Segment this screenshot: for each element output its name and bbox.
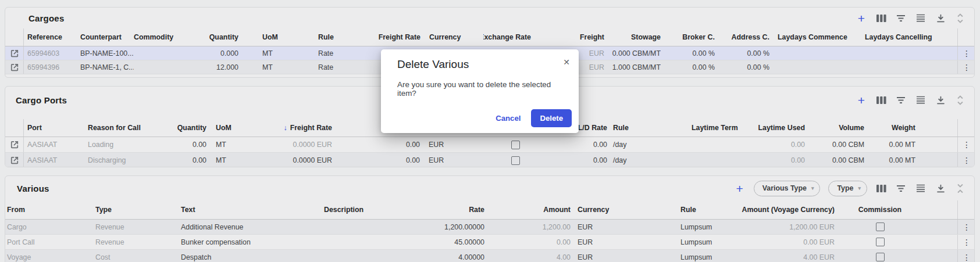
col-header-laydays-cancelling[interactable]: Laydays Cancelling [865, 28, 957, 46]
col-header-stowage[interactable]: Stowage [604, 28, 661, 46]
col-header-freight-rate[interactable]: Freight Rate [361, 28, 420, 46]
col-header-type[interactable]: Type [95, 200, 178, 219]
cargo-port-row[interactable]: AASIAAT Discharging 0.00 MT 0.0000 EUR 0… [5, 153, 974, 167]
col-header-currency[interactable]: Currency [420, 28, 483, 46]
cell-amount: 4.00 [484, 250, 571, 262]
col-header-rule[interactable]: Rule [607, 119, 658, 137]
cell-laydays-cancelling [865, 60, 957, 74]
col-header-commodity[interactable]: Commodity [134, 28, 204, 46]
col-header-text[interactable]: Text [178, 200, 319, 219]
various-row[interactable]: Cargo Revenue Additional Revenue 1,200.0… [5, 220, 974, 235]
type-filter-label: Type [837, 184, 853, 192]
cell-reason-for-call: Discharging [88, 153, 158, 167]
cargo-ports-toolbar: + [853, 92, 968, 107]
row-density-icon-button[interactable] [913, 10, 929, 26]
row-menu-icon[interactable]: ⋮ [963, 63, 971, 71]
row-menu-icon[interactable]: ⋮ [963, 223, 971, 231]
download-icon-button[interactable] [932, 181, 949, 196]
col-header-commission[interactable]: Commission [835, 200, 925, 219]
col-header-weight[interactable]: Weight [864, 119, 957, 137]
col-header-quantity[interactable]: Quantity [204, 28, 238, 46]
col-header-quantity[interactable]: Quantity [158, 119, 206, 137]
columns-icon-button[interactable] [873, 10, 889, 26]
col-header-volume[interactable]: Volume [805, 119, 864, 137]
col-header-uom[interactable]: UoM [238, 28, 318, 46]
columns-icon-button[interactable] [873, 181, 889, 196]
row-menu-icon[interactable]: ⋮ [963, 49, 971, 58]
collapse-icon-button[interactable] [952, 181, 968, 196]
unfold-icon-button[interactable] [952, 10, 968, 26]
col-header-laytime-term[interactable]: Laytime Term [658, 119, 745, 137]
commission-checkbox[interactable] [876, 238, 885, 246]
various-row[interactable]: Port Call Revenue Bunker compensation 45… [5, 235, 974, 250]
col-header-rule[interactable]: Rule [318, 28, 361, 46]
spacer [925, 220, 957, 234]
cell-description [319, 220, 377, 234]
unfold-icon-button[interactable] [952, 92, 968, 107]
col-header-broker-c[interactable]: Broker C. [661, 28, 715, 46]
commission-checkbox[interactable] [876, 222, 885, 231]
commission-checkbox[interactable] [876, 253, 885, 261]
col-header-amount-voyage-currency[interactable]: Amount (Voyage Currency) [733, 200, 835, 219]
col-header-rate[interactable]: Rate [377, 200, 484, 219]
download-icon-button[interactable] [932, 92, 949, 107]
various-type-filter[interactable]: Various Type▾ [754, 181, 821, 196]
col-header-currency[interactable]: Currency [571, 200, 618, 219]
cell-commodity [134, 60, 204, 74]
open-cargo-icon[interactable] [10, 63, 19, 71]
open-cargo-icon[interactable] [10, 49, 19, 58]
cell-description [319, 235, 377, 249]
row-menu-icon[interactable]: ⋮ [963, 253, 971, 261]
col-header-freight[interactable]: Freight [531, 28, 604, 46]
col-header-freight-rate[interactable]: ↓Freight Rate [262, 119, 332, 137]
col-header-uom[interactable]: UoM [206, 119, 262, 137]
cell-quantity: 0.00 [158, 153, 206, 167]
various-panel-header: Various + Various Type▾ Type▾ [5, 176, 974, 200]
cell-from: Voyage [5, 250, 95, 262]
row-density-icon-button[interactable] [913, 181, 929, 196]
col-header-from[interactable]: From [5, 200, 95, 219]
filter-icon-button[interactable] [893, 181, 909, 196]
open-cargo-port-icon[interactable] [10, 156, 19, 164]
cell-rule: Rate [318, 46, 361, 60]
filter-icon-button[interactable] [893, 92, 909, 107]
col-header-amount[interactable]: Amount [484, 200, 571, 219]
cancel-button[interactable]: Cancel [489, 110, 528, 127]
various-row[interactable]: Voyage Cost Despatch 4.00000 4.00 EUR Lu… [5, 250, 974, 262]
row-open-column-header [5, 119, 24, 137]
dialog-actions: Cancel Delete [489, 109, 572, 127]
col-header-reason-for-call[interactable]: Reason for Call [88, 119, 158, 137]
col-header-exchange-rate[interactable]: Exchange Rate [483, 28, 531, 46]
chevron-down-icon: ▾ [858, 185, 861, 191]
row-menu-icon[interactable]: ⋮ [963, 238, 971, 246]
col-header-counterpart[interactable]: Counterpart [80, 28, 134, 46]
row-checkbox[interactable] [511, 156, 520, 165]
col-header-rule[interactable]: Rule [618, 200, 733, 219]
add-various-button[interactable]: + [732, 181, 748, 196]
row-menu-icon[interactable]: ⋮ [963, 141, 971, 149]
add-cargo-port-button[interactable]: + [853, 92, 869, 107]
col-header-port[interactable]: Port [24, 119, 88, 137]
row-checkbox[interactable] [511, 141, 520, 149]
col-header-laytime-used[interactable]: Laytime Used [745, 119, 805, 137]
col-header-laydays-commence[interactable]: Laydays Commence [769, 28, 865, 46]
cargo-port-row[interactable]: AASIAAT Loading 0.00 MT 0.0000 EUR 0.00 … [5, 137, 974, 153]
cell-type: Revenue [95, 220, 178, 234]
delete-button[interactable]: Delete [531, 109, 572, 127]
col-header-reference[interactable]: Reference [24, 28, 80, 46]
filter-icon [896, 15, 906, 22]
filter-icon-button[interactable] [893, 10, 909, 26]
cell-laytime-used: 0.00 [745, 137, 805, 152]
add-cargo-button[interactable]: + [853, 10, 869, 26]
type-filter[interactable]: Type▾ [828, 181, 867, 196]
col-header-description[interactable]: Description [319, 200, 377, 219]
row-density-icon-button[interactable] [913, 92, 929, 107]
columns-icon-button[interactable] [873, 92, 889, 107]
col-header-address-c[interactable]: Address C. [715, 28, 769, 46]
open-cargo-port-icon[interactable] [10, 141, 19, 149]
close-icon[interactable]: ✕ [561, 56, 572, 69]
download-icon-button[interactable] [932, 10, 949, 26]
cell-reason-for-call: Loading [88, 137, 158, 152]
cell-text: Bunker compensation [178, 235, 319, 249]
row-menu-icon[interactable]: ⋮ [963, 156, 971, 164]
